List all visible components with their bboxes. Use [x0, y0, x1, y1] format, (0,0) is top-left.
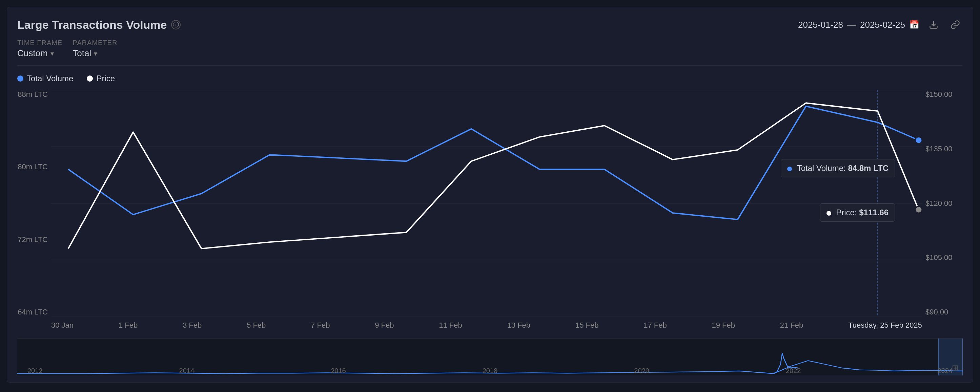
parameter-select[interactable]: Total ▾ — [73, 48, 117, 59]
y-label-150: $150.00 — [922, 90, 963, 99]
legend-total-volume-label: Total Volume — [27, 74, 73, 83]
y-label-105: $105.00 — [922, 253, 963, 262]
legend-total-volume: Total Volume — [17, 74, 73, 83]
date-end: 2025-02-25 — [860, 20, 905, 30]
parameter-value: Total — [73, 48, 91, 59]
timeframe-select[interactable]: Custom ▾ — [17, 48, 62, 59]
legend-dot-blue — [17, 76, 23, 82]
timeframe-chevron: ▾ — [51, 49, 54, 57]
legend-row: Total Volume Price — [17, 71, 963, 83]
svg-point-7 — [915, 137, 922, 143]
mini-x-axis: 2012 2014 2016 2018 2020 2022 2024 — [17, 367, 963, 375]
x-label-11feb: 11 Feb — [439, 321, 462, 330]
x-label-1feb: 1 Feb — [119, 321, 138, 330]
timeframe-label: TIME FRAME — [17, 39, 62, 47]
x-label-17feb: 17 Feb — [644, 321, 667, 330]
resize-handle-icon[interactable]: ⊞ — [952, 363, 959, 373]
chart-title: Large Transactions Volume — [17, 18, 167, 32]
legend-price-label: Price — [96, 74, 115, 83]
x-label-5feb: 5 Feb — [247, 321, 266, 330]
link-button[interactable] — [948, 17, 963, 32]
chart-inner: 30 Jan 1 Feb 3 Feb 5 Feb 7 Feb 9 Feb 11 … — [51, 90, 922, 337]
x-label-19feb: 19 Feb — [712, 321, 735, 330]
chart-area: 88m LTC 80m LTC 72m LTC 64m LTC — [17, 90, 963, 337]
mini-x-2016: 2016 — [331, 367, 346, 375]
x-label-25feb: Tuesday, 25 Feb 2025 — [848, 321, 922, 330]
chart-svg — [51, 90, 922, 316]
mini-x-2018: 2018 — [482, 367, 498, 375]
svg-point-8 — [915, 206, 922, 213]
timeframe-control: TIME FRAME Custom ▾ — [17, 39, 62, 59]
y-label-88: 88m LTC — [17, 90, 51, 99]
date-range: 2025-01-28 — 2025-02-25 📅 — [798, 20, 920, 30]
parameter-label: PARAMETER — [73, 39, 117, 47]
header-row: Large Transactions Volume ⓘ 2025-01-28 —… — [17, 17, 963, 32]
y-label-120: $120.00 — [922, 199, 963, 208]
legend-dot-white — [87, 76, 93, 82]
timeframe-value: Custom — [17, 48, 48, 59]
info-icon[interactable]: ⓘ — [171, 20, 181, 29]
mini-x-2014: 2014 — [179, 367, 194, 375]
chart-container: Large Transactions Volume ⓘ 2025-01-28 —… — [7, 7, 973, 382]
legend-price: Price — [87, 74, 115, 83]
x-label-7feb: 7 Feb — [311, 321, 330, 330]
x-label-3feb: 3 Feb — [183, 321, 202, 330]
y-label-72: 72m LTC — [17, 235, 51, 244]
mini-chart[interactable]: 2012 2014 2016 2018 2020 2022 2024 ⊞ — [17, 338, 963, 375]
x-labels: 30 Jan 1 Feb 3 Feb 5 Feb 7 Feb 9 Feb 11 … — [51, 321, 922, 330]
title-area: Large Transactions Volume ⓘ — [17, 18, 181, 32]
parameter-chevron: ▾ — [94, 49, 97, 57]
mini-x-2012: 2012 — [27, 367, 43, 375]
date-separator: — — [847, 20, 856, 30]
y-label-80: 80m LTC — [17, 162, 51, 171]
y-label-135: $135.00 — [922, 144, 963, 153]
x-label-21feb: 21 Feb — [780, 321, 803, 330]
y-axis-right: $150.00 $135.00 $120.00 $105.00 $90.00 — [922, 90, 963, 337]
x-label-9feb: 9 Feb — [375, 321, 394, 330]
mini-x-2024: 2024 — [937, 367, 953, 375]
x-axis: 30 Jan 1 Feb 3 Feb 5 Feb 7 Feb 9 Feb 11 … — [51, 318, 922, 337]
controls-row: TIME FRAME Custom ▾ PARAMETER Total ▾ — [17, 39, 963, 59]
header-controls: 2025-01-28 — 2025-02-25 📅 — [798, 17, 963, 32]
mini-x-2020: 2020 — [634, 367, 649, 375]
x-label-30jan: 30 Jan — [51, 321, 73, 330]
x-label-15feb: 15 Feb — [575, 321, 599, 330]
y-axis-left: 88m LTC 80m LTC 72m LTC 64m LTC — [17, 90, 51, 337]
y-label-90: $90.00 — [922, 308, 963, 316]
mini-x-2022: 2022 — [786, 367, 801, 375]
y-label-64: 64m LTC — [17, 308, 51, 316]
x-label-13feb: 13 Feb — [507, 321, 531, 330]
date-start: 2025-01-28 — [798, 20, 843, 30]
download-button[interactable] — [926, 17, 941, 32]
calendar-icon[interactable]: 📅 — [909, 20, 920, 29]
divider — [17, 65, 963, 66]
parameter-control: PARAMETER Total ▾ — [73, 39, 117, 59]
